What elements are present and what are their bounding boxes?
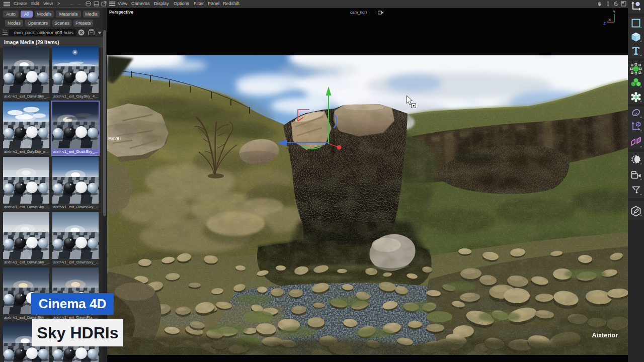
svg-text:Move: Move — [108, 136, 119, 141]
svg-text:Y: Y — [613, 10, 616, 14]
svg-text:Z: Z — [603, 21, 606, 26]
svg-text:X: X — [608, 18, 611, 22]
